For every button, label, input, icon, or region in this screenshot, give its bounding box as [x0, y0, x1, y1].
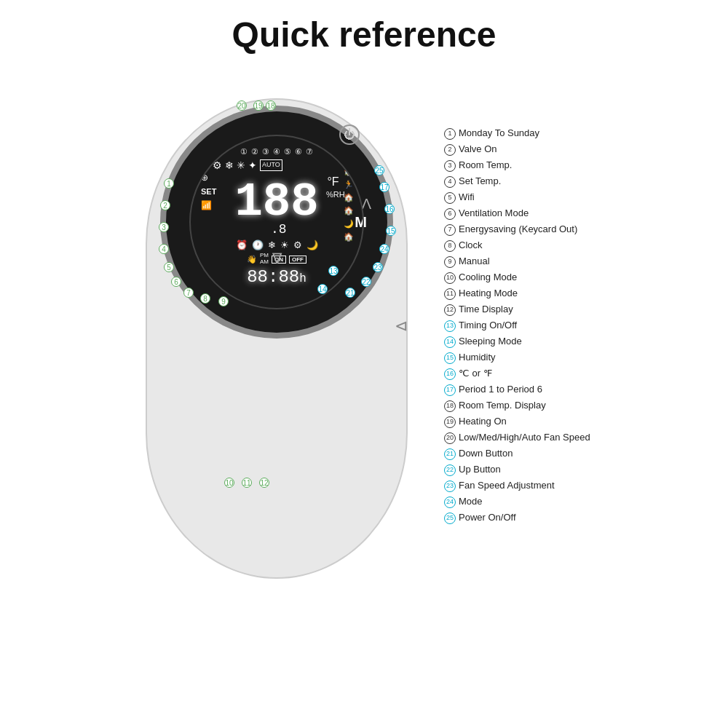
- legend-number: 13: [444, 320, 456, 332]
- ampm-label: PMAM: [260, 253, 269, 266]
- legend-text: Fan Speed Adjustment: [459, 480, 555, 492]
- dev-num-23: 23: [373, 262, 383, 272]
- dev-num-18: 18: [266, 100, 276, 111]
- legend-text: Up Button: [459, 464, 501, 476]
- schedule-icon-3: 🏠: [344, 193, 354, 202]
- legend-number: 4: [444, 176, 456, 188]
- legend-number: 23: [444, 480, 456, 492]
- alarm-icon: ⏰: [236, 240, 248, 250]
- schedule-icon-6: 🏠: [344, 232, 354, 242]
- legend-item: 13Timing On/Off: [444, 320, 633, 332]
- legend-number: 6: [444, 208, 456, 220]
- legend-number: 25: [444, 513, 456, 524]
- dev-num-16: 16: [384, 204, 395, 214]
- time-display: 88:88h: [247, 267, 306, 287]
- dev-num-10: 10: [224, 478, 234, 488]
- legend-item: 3Room Temp.: [444, 159, 633, 172]
- legend-text: Energysaving (Keycard Out): [459, 223, 577, 236]
- clock-icon: 🕐: [252, 240, 264, 250]
- dev-num-1: 1: [164, 178, 174, 189]
- legend-number: 21: [444, 448, 456, 460]
- dev-num-17: 17: [379, 182, 389, 192]
- legend-number: 24: [444, 496, 456, 508]
- dev-num-21: 21: [345, 288, 355, 298]
- main-content: ⏻ M Λ ① ② ③ ④ ⑤ ⑥ ⑦: [0, 69, 728, 579]
- legend-text: Monday To Sunday: [459, 127, 539, 140]
- legend-number: 7: [444, 224, 456, 236]
- dev-num-19: 19: [253, 100, 264, 111]
- legend-item: 6Ventilation Mode: [444, 207, 633, 220]
- power-button[interactable]: ⏻: [339, 124, 360, 145]
- dev-num-14: 14: [317, 284, 328, 294]
- fan-icon-2: ❄: [225, 159, 234, 171]
- icon-1: ①: [240, 147, 248, 157]
- legend-text: Cooling Mode: [459, 272, 517, 284]
- temp-display: 188: [234, 176, 318, 229]
- legend-item: 2Valve On: [444, 143, 633, 156]
- valve-icon: ⊕: [201, 173, 216, 183]
- nav-pointer-icon: ⊲: [395, 317, 408, 335]
- dev-num-9: 9: [218, 296, 229, 306]
- legend-panel: 1Monday To Sunday2Valve On3Room Temp.4Se…: [444, 127, 633, 524]
- temp-unit: °F: [327, 175, 339, 189]
- legend-item: 14Sleeping Mode: [444, 336, 633, 348]
- legend-text: Wifi: [459, 191, 475, 204]
- legend-number: 14: [444, 336, 456, 348]
- legend-item: 12Time Display: [444, 304, 633, 316]
- dev-num-22: 22: [361, 277, 371, 287]
- time-suffix: h: [299, 272, 306, 285]
- device-circle: ⏻ M Λ ① ② ③ ④ ⑤ ⑥ ⑦: [160, 106, 393, 339]
- legend-text: Period 1 to Period 6: [459, 384, 542, 396]
- legend-item: 18Room Temp. Display: [444, 400, 633, 412]
- dev-num-7: 7: [183, 288, 194, 298]
- icon-3: ③: [262, 147, 269, 157]
- icon-4: ④: [273, 147, 280, 157]
- legend-number: 15: [444, 352, 456, 364]
- dev-num-13: 13: [328, 266, 339, 276]
- dev-num-20: 20: [237, 100, 247, 111]
- fan-icon-1: ⚙: [213, 159, 222, 171]
- legend-text: Valve On: [459, 143, 497, 156]
- legend-number: 19: [444, 416, 456, 428]
- dev-num-5: 5: [164, 262, 174, 272]
- page-title: Quick reference: [0, 0, 728, 62]
- nav-pointer: ⊲: [395, 317, 408, 336]
- power-icon: ⏻: [344, 128, 355, 141]
- time-value: 88:88: [247, 267, 299, 287]
- legend-item: 7Energysaving (Keycard Out): [444, 223, 633, 236]
- sun-icon: ☀: [280, 240, 289, 250]
- schedule-icon-1: 🏠: [344, 167, 354, 176]
- off-badge: OFF: [289, 256, 306, 264]
- dev-num-15: 15: [386, 226, 396, 236]
- dev-num-8: 8: [200, 293, 210, 304]
- legend-number: 3: [444, 160, 456, 172]
- legend-item: 5Wifi: [444, 191, 633, 204]
- legend-text: Room Temp. Display: [459, 400, 546, 412]
- legend-text: Down Button: [459, 448, 513, 460]
- fan-icon-3: ✳: [237, 159, 245, 171]
- legend-text: Clock: [459, 240, 483, 252]
- legend-text: ℃ or ℉: [459, 368, 492, 380]
- legend-text: Humidity: [459, 352, 496, 364]
- dev-num-24: 24: [379, 244, 389, 254]
- legend-item: 23Fan Speed Adjustment: [444, 480, 633, 492]
- legend-text: Ventilation Mode: [459, 207, 529, 220]
- icon-7: ⑦: [306, 147, 313, 157]
- set-label: SET: [201, 187, 216, 196]
- legend-number: 12: [444, 304, 456, 316]
- legend-text: Set Temp.: [459, 175, 501, 188]
- hand-icon: 👋: [247, 255, 257, 264]
- legend-text: Mode: [459, 496, 483, 508]
- legend-item: 20Low/Med/High/Auto Fan Speed: [444, 432, 633, 444]
- down-arrow[interactable]: ∇: [272, 250, 282, 267]
- legend-number: 8: [444, 240, 456, 252]
- legend-item: 11Heating Mode: [444, 288, 633, 300]
- legend-text: Power On/Off: [459, 512, 516, 524]
- legend-text: Time Display: [459, 304, 513, 316]
- schedule-icon-4: 🏠: [344, 206, 354, 215]
- legend-text: Room Temp.: [459, 159, 512, 172]
- icon-5: ⑤: [284, 147, 291, 157]
- legend-text: Timing On/Off: [459, 320, 517, 332]
- legend-number: 18: [444, 400, 456, 412]
- legend-text: Heating On: [459, 416, 507, 428]
